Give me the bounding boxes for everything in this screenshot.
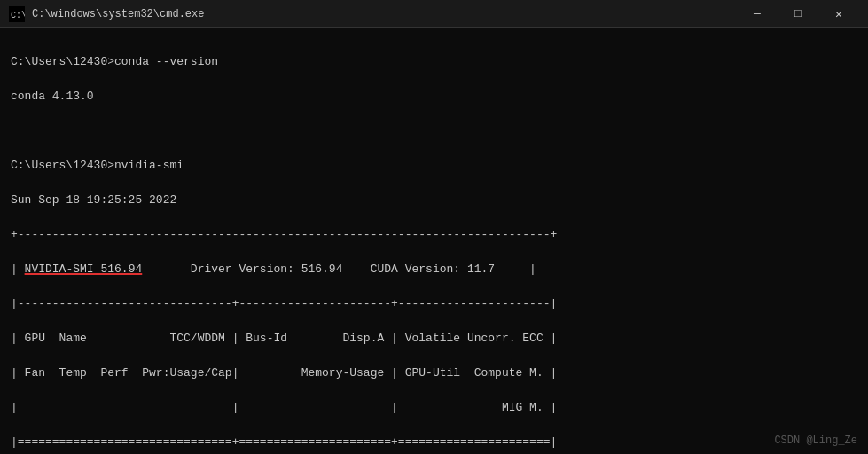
app-icon: C:\ (9, 6, 25, 22)
nvidia-smi-version: NVIDIA-SMI 516.94 (25, 262, 143, 276)
cmd-line-3 (11, 122, 857, 140)
close-button[interactable]: ✕ (818, 0, 859, 28)
gpu-header-2: | Fan Temp Perf Pwr:Usage/Cap| Memory-Us… (11, 364, 857, 382)
header-divider: |-------------------------------+-------… (11, 295, 857, 313)
gpu-header-3: | | | MIG M. | (11, 399, 857, 417)
maximize-button[interactable]: □ (778, 0, 818, 28)
window-title: C:\windows\system32\cmd.exe (32, 8, 737, 20)
nvidia-smi-line: | NVIDIA-SMI 516.94 Driver Version: 516.… (11, 261, 857, 278)
cmd-line-1: C:\Users\12430>conda --version (11, 53, 857, 71)
cmd-line-4: C:\Users\12430>nvidia-smi (11, 157, 857, 175)
cmd-line-5: Sun Sep 18 19:25:25 2022 (11, 192, 857, 209)
window-controls: — □ ✕ (737, 0, 859, 28)
titlebar: C:\ C:\windows\system32\cmd.exe — □ ✕ (0, 0, 868, 28)
watermark: CSDN @Ling_Ze (774, 434, 857, 447)
terminal-content: C:\Users\12430>conda --version conda 4.1… (0, 28, 868, 454)
header-divider-2: |===============================+=======… (11, 434, 857, 451)
gpu-header-1: | GPU Name TCC/WDDM | Bus-Id Disp.A | Vo… (11, 330, 857, 348)
svg-text:C:\: C:\ (11, 11, 25, 20)
minimize-button[interactable]: — (737, 0, 778, 28)
cmd-line-2: conda 4.13.0 (11, 88, 857, 106)
box-top: +---------------------------------------… (11, 226, 857, 244)
